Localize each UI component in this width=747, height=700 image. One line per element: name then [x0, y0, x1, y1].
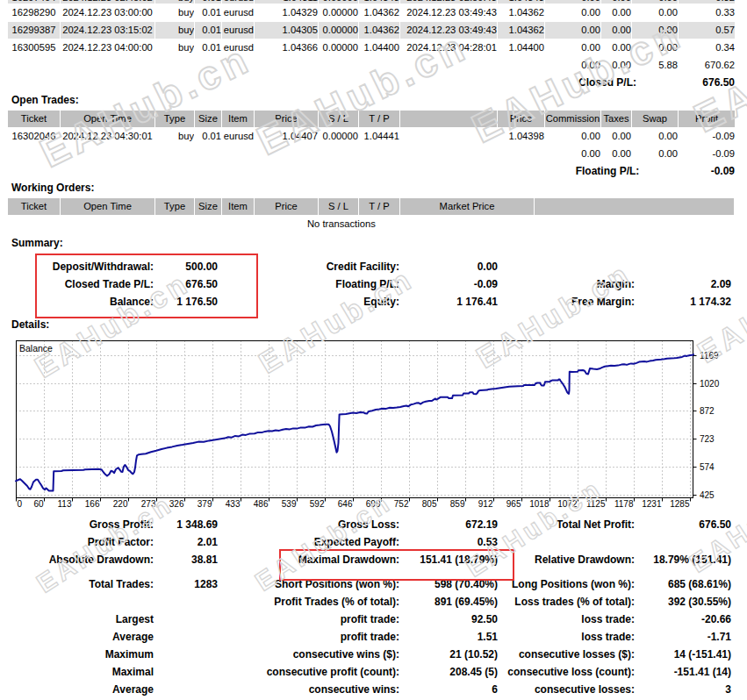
cell: 0.00 — [632, 4, 678, 21]
cell-text: 0.00000 — [323, 0, 358, 3]
value-cell: 676.50 — [639, 517, 735, 533]
value-cell — [158, 611, 221, 628]
balance-chart: 0601131662202733263794334865395926466997… — [0, 336, 747, 511]
summary-heading: Summary: — [11, 236, 63, 250]
y-axis-label: 425 — [700, 490, 715, 500]
cell: eurusd — [222, 4, 254, 21]
cell: 1.04366 — [255, 39, 318, 56]
label-cell: Largest — [8, 611, 157, 628]
cell: 2024.12.23 04:30:01 — [61, 128, 154, 145]
cell-text: 2024.12.23 02:45:02 — [62, 0, 153, 3]
cell: 1.04362 — [359, 22, 399, 39]
cell — [400, 128, 497, 145]
cell: buy — [155, 39, 194, 56]
label-cell: Maximum — [8, 646, 157, 663]
cell: eurusd — [222, 0, 254, 4]
cell: 0.00 — [545, 4, 600, 21]
column-header: Open Time — [61, 198, 154, 215]
value-cell: 891 (69.45%) — [404, 594, 501, 611]
x-axis-label: 1018 — [529, 499, 549, 509]
cell-text: 16297404 — [12, 0, 56, 3]
cell: 0.01 — [195, 39, 221, 56]
cell: 2024.12.23 03:49:43 — [400, 4, 497, 21]
summary-row: Gross Profit: 1 348.69 Gross Loss: 672.1… — [8, 517, 735, 533]
summary-row: Maximum consecutive wins ($): 21 (10.52)… — [8, 646, 735, 663]
cell: 1.04343 — [359, 0, 399, 4]
value-cell: 672.19 — [404, 517, 501, 533]
cell: 0.00 — [632, 128, 678, 145]
x-axis-label: 0 — [18, 499, 23, 509]
value-cell: 0.00 — [404, 259, 501, 275]
summary-row: Largest profit trade: 92.50 loss trade: … — [8, 611, 735, 628]
cell-text: 0.01 — [202, 0, 221, 3]
x-axis-label: 912 — [478, 499, 493, 509]
closed-trades-table: 16297404 2024.12.23 02:45:02 buy 0.01 eu… — [7, 0, 736, 92]
cell: 2024.12.23 04:00:00 — [61, 39, 154, 56]
x-axis-label: 752 — [394, 499, 409, 509]
value-cell — [158, 629, 221, 646]
cell: 16302046 — [8, 128, 60, 145]
cell-text: 1.04311 — [283, 0, 318, 3]
value-cell: 21 (10.52) — [404, 646, 501, 663]
label-cell — [502, 259, 638, 275]
column-header: Item — [222, 111, 254, 127]
total-cell: 5.88 — [632, 57, 678, 74]
total-cell: 670.62 — [679, 57, 735, 74]
table-row: 16300595 2024.12.23 04:00:00 buy 0.01 eu… — [8, 39, 735, 56]
cell: 0.00 — [601, 22, 631, 39]
value-cell: 1 176.41 — [404, 294, 501, 311]
label-cell — [8, 594, 157, 611]
label-cell: Loss trades (% of total): — [502, 594, 638, 611]
y-axis-label: 872 — [700, 406, 715, 416]
empty-row: No transactions — [8, 216, 734, 232]
cell: -0.09 — [679, 128, 735, 145]
cell-text: 0.32 — [715, 0, 735, 3]
chart-legend-label: Balance — [19, 343, 53, 354]
value-cell: -0.09 — [404, 276, 501, 293]
y-axis-label: 574 — [700, 462, 715, 472]
cell: 0.00000 — [319, 39, 358, 56]
label-cell: Total Net Profit: — [502, 517, 638, 533]
cell: 1.04398 — [498, 128, 544, 145]
label-cell: Maximal — [8, 664, 157, 681]
working-orders-heading: Working Orders: — [11, 181, 94, 195]
x-axis-label: 486 — [254, 499, 269, 509]
x-axis-label: 699 — [366, 499, 381, 509]
cell: eurusd — [222, 22, 254, 39]
cell: 0.01 — [195, 128, 221, 145]
value-cell: 392 (30.55%) — [639, 594, 735, 611]
value-cell: 685 (68.61%) — [639, 576, 735, 593]
details-heading: Details: — [11, 318, 49, 332]
cell: 0.00 — [632, 39, 678, 56]
cell: 0.00 — [545, 0, 600, 4]
x-axis-label: 1125 — [586, 499, 606, 509]
column-header: Price — [498, 111, 544, 127]
column-header: T / P — [359, 111, 399, 127]
cell-text: 0.00 — [581, 0, 600, 3]
y-axis-label: 1169 — [700, 351, 719, 361]
summary-row: Maximal consecutive profit (count): 208.… — [8, 664, 735, 681]
table-row: 16298290 2024.12.23 03:00:00 buy 0.01 eu… — [8, 4, 735, 21]
label-cell: consecutive loss (count): — [502, 664, 638, 681]
cell: 1.04329 — [255, 4, 318, 21]
cell: 0.00000 — [319, 0, 358, 4]
cell: 2024.12.23 03:15:02 — [61, 22, 154, 39]
label-cell: consecutive wins: — [222, 682, 403, 698]
cell: eurusd — [222, 39, 254, 56]
value-cell — [158, 646, 221, 663]
pl-row: Closed P/L:676.50 — [8, 75, 735, 91]
column-header: Market Price — [400, 198, 534, 215]
label-cell: profit trade: — [222, 611, 403, 628]
drawdown-highlight-box — [279, 549, 514, 581]
cell: 0.01 — [195, 22, 221, 39]
cell: 0.00000 — [319, 4, 358, 21]
cell-text: eurusd — [224, 0, 254, 3]
value-cell: 1283 — [158, 576, 221, 593]
cell: 0.00 — [601, 39, 631, 56]
statistics-table: Gross Profit: 1 348.69 Gross Loss: 672.1… — [7, 516, 736, 699]
label-cell: Gross Loss: — [222, 517, 403, 533]
column-header — [535, 198, 734, 215]
cell-text: 2024.12.23 02:59:43 — [406, 0, 497, 3]
open-trades-table: Ticket Open Time Type Size Item Price S … — [7, 110, 736, 181]
cell: 0.01 — [195, 0, 221, 4]
